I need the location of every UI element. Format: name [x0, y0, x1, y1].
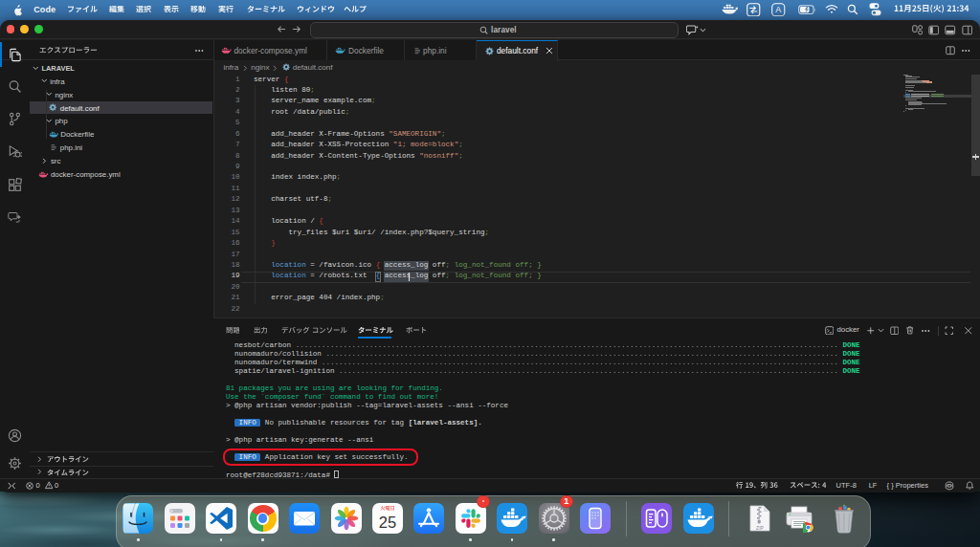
svg-text:25: 25: [379, 514, 396, 531]
svg-text:A: A: [776, 5, 783, 14]
svg-text:ZIP: ZIP: [756, 525, 764, 531]
